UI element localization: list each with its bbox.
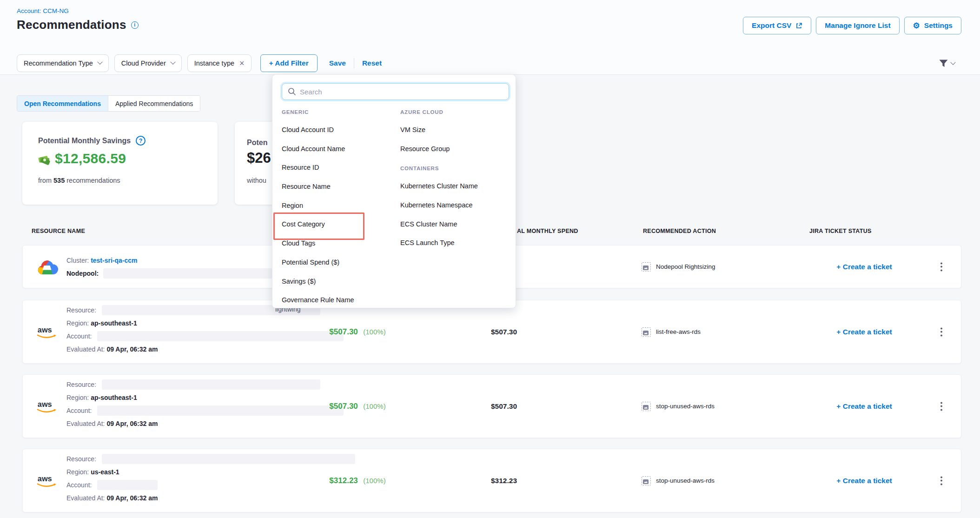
filter-chip-recommendation-type[interactable]: Recommendation Type <box>17 54 109 72</box>
chevron-down-icon <box>97 60 102 65</box>
svg-text:aws: aws <box>38 400 52 408</box>
column-header-recommended-action: RECOMMENDED ACTION <box>643 228 716 234</box>
row-menu-button[interactable] <box>938 325 945 339</box>
dropdown-item-cloud-tags[interactable]: Cloud Tags <box>282 234 398 253</box>
table-row[interactable]: aws Resource: Region: ap-southeast-1 Acc… <box>22 300 961 364</box>
resource-label: Resource: <box>66 306 96 314</box>
redacted-value <box>102 379 320 390</box>
evaluated-label: Evaluated At: <box>66 494 105 502</box>
dropdown-item-cloud-account-id[interactable]: Cloud Account ID <box>282 120 398 139</box>
card1-title: Potential Monthly Savings <box>38 137 131 145</box>
gcp-icon <box>36 258 58 277</box>
dropdown-section-azure-cloud: AZURE CLOUD <box>400 104 512 120</box>
dropdown-item-cloud-account-name[interactable]: Cloud Account Name <box>282 139 398 159</box>
account-label: Account: <box>66 481 92 489</box>
broken-image-icon <box>642 476 651 485</box>
svg-text:aws: aws <box>38 474 52 483</box>
tab-applied-recommendations[interactable]: Applied Recommendations <box>108 96 200 111</box>
create-ticket-link[interactable]: + Create a ticket <box>790 328 939 336</box>
money-icon <box>37 152 51 165</box>
manage-ignore-list-button[interactable]: Manage Ignore List <box>816 17 899 34</box>
recommended-action-value: stop-unused-aws-rds <box>656 477 715 484</box>
filter-funnel-button[interactable] <box>939 59 955 68</box>
resource-label: Resource: <box>66 455 96 463</box>
create-ticket-link[interactable]: + Create a ticket <box>790 263 939 271</box>
row-menu-button[interactable] <box>938 399 945 413</box>
export-csv-button[interactable]: Export CSV <box>743 17 811 34</box>
dropdown-item-kubernetes-namespace[interactable]: Kubernetes Namespace <box>400 196 512 215</box>
breadcrumb[interactable]: Account: CCM-NG <box>17 7 69 14</box>
dropdown-item-ecs-launch-type[interactable]: ECS Launch Type <box>400 233 512 252</box>
from-label: from <box>38 177 52 184</box>
dropdown-item-kubernetes-cluster-name[interactable]: Kubernetes Cluster Name <box>400 177 512 196</box>
chip-label: Recommendation Type <box>24 60 93 67</box>
settings-button[interactable]: ⚙ Settings <box>904 17 961 34</box>
card2-title-fragment: Poten <box>247 139 267 147</box>
close-icon[interactable]: × <box>239 59 245 67</box>
dropdown-item-cost-category[interactable]: Cost Category <box>282 215 398 234</box>
save-filter-link[interactable]: Save <box>329 59 346 67</box>
total-monthly-spend-value: $312.23 <box>464 477 543 485</box>
broken-image-icon <box>642 327 651 337</box>
row-menu-button[interactable] <box>938 259 945 274</box>
suffix-label: recommendations <box>66 177 120 184</box>
reset-filter-link[interactable]: Reset <box>362 59 382 67</box>
column-header-monthly-spend: AL MONTHLY SPEND <box>517 228 578 234</box>
evaluated-value: 09 Apr, 06:32 am <box>106 345 158 353</box>
dropdown-section-containers: CONTAINERS <box>400 158 512 177</box>
dropdown-item-resource-id[interactable]: Resource ID <box>282 158 398 177</box>
dropdown-section-generic: GENERIC <box>282 104 398 120</box>
info-icon[interactable]: i <box>131 21 139 29</box>
add-filter-button[interactable]: + Add Filter <box>260 54 318 72</box>
recommendation-count: 535 <box>53 177 65 184</box>
search-input[interactable] <box>282 83 509 100</box>
region-label: Region: <box>66 468 89 476</box>
svg-text:aws: aws <box>38 325 52 334</box>
manage-ignore-list-label: Manage Ignore List <box>825 21 890 30</box>
settings-label: Settings <box>924 21 953 30</box>
help-icon[interactable]: ? <box>136 136 146 146</box>
table-row[interactable]: aws Resource: Region: ap-southeast-1 Acc… <box>22 374 961 438</box>
search-icon <box>287 87 297 96</box>
external-link-icon <box>795 22 802 29</box>
dropdown-item-ecs-cluster-name[interactable]: ECS Cluster Name <box>400 215 512 234</box>
recommended-action-value: Nodepool Rightsizing <box>656 263 715 270</box>
aws-icon: aws <box>36 473 58 489</box>
filter-chip-instance-type[interactable]: Instance type × <box>187 54 252 72</box>
chevron-down-icon <box>170 60 175 65</box>
broken-image-icon <box>642 262 651 272</box>
cluster-label: Cluster: <box>66 257 89 264</box>
create-ticket-link[interactable]: + Create a ticket <box>790 402 939 411</box>
funnel-icon <box>939 59 948 68</box>
dropdown-item-region[interactable]: Region <box>282 196 398 215</box>
column-header-jira-ticket-status: JIRA TICKET STATUS <box>809 228 872 234</box>
filter-chip-cloud-provider[interactable]: Cloud Provider <box>114 54 182 72</box>
evaluated-label: Evaluated At: <box>66 345 105 353</box>
region-label: Region: <box>66 319 89 327</box>
potential-monthly-savings-card: Potential Monthly Savings ? $12,586.59 f… <box>22 122 218 205</box>
tab-open-recommendations[interactable]: Open Recommendations <box>17 96 108 111</box>
dropdown-item-savings[interactable]: Savings ($) <box>282 272 398 291</box>
redacted-value <box>97 480 158 490</box>
dropdown-item-resource-group[interactable]: Resource Group <box>400 139 512 159</box>
dropdown-item-governance-rule-name[interactable]: Governance Rule Name <box>282 291 398 310</box>
chip-label: Cloud Provider <box>121 60 166 67</box>
dropdown-item-resource-name[interactable]: Resource Name <box>282 177 398 196</box>
column-header-resource-name: RESOURCE NAME <box>32 228 85 234</box>
region-value: ap-southeast-1 <box>91 319 137 327</box>
row-menu-button[interactable] <box>938 473 945 488</box>
chevron-down-icon <box>950 60 955 65</box>
region-label: Region: <box>66 394 89 401</box>
cluster-name-link[interactable]: test-sri-qa-ccm <box>91 257 137 264</box>
dropdown-item-potential-spend[interactable]: Potential Spend ($) <box>282 253 398 272</box>
savings-percent: (100%) <box>363 477 385 485</box>
dropdown-item-vm-size[interactable]: VM Size <box>400 120 512 139</box>
account-label: Account: <box>66 407 92 414</box>
card1-subtext: from 535 recommendations <box>38 177 120 184</box>
resource-label: Resource: <box>66 381 96 388</box>
evaluated-value: 09 Apr, 06:32 am <box>106 494 158 502</box>
table-row[interactable]: aws Resource: Region: us-east-1 Account:… <box>22 449 961 512</box>
create-ticket-link[interactable]: + Create a ticket <box>790 477 939 485</box>
savings-percent: (100%) <box>363 402 385 410</box>
monthly-savings-value: $507.30 <box>329 402 358 411</box>
